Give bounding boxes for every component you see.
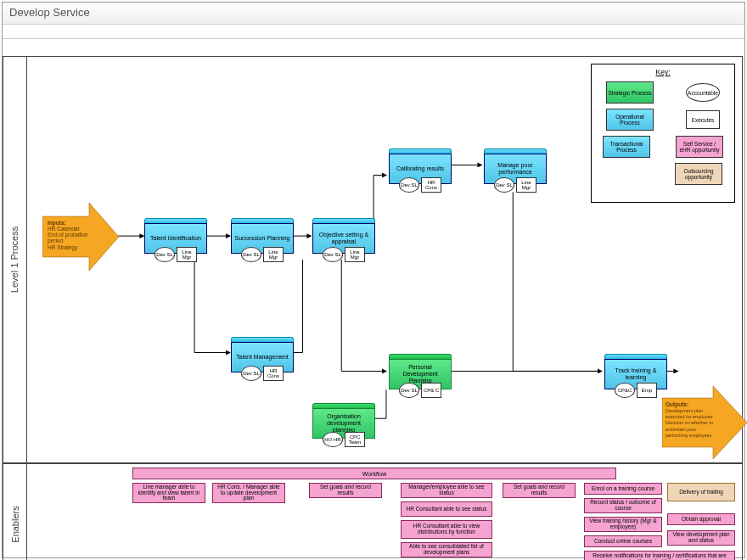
role-executes: CP& C [421,383,441,398]
enabler-workflow-bar: Workflow [132,468,616,479]
role-accountable: Dev SL [241,366,261,381]
role-accountable: Dev SL [399,177,419,193]
app-window: Develop Service Level 1 Process [2,2,745,558]
outputs-body: Development plan executed for employee D… [666,408,713,438]
role-executes: Line Mgr [177,247,197,262]
enabler-box: Enrol on a training course [584,483,662,495]
role-executes: HR Cons [263,366,284,381]
enabler-box: View development plan and status [667,530,735,546]
enabler-box: HR Consultant able to see status [401,501,492,517]
swimlane-level1: Level 1 Process [3,56,743,463]
proc-calibrating-results: Calibrating results Dev SLHR Cons [389,148,452,193]
proc-manage-poor-performance: Manage poor performance Dev SLLine Mgr [484,148,547,193]
key-outsourcing: Outsourcing opportunity [675,163,722,185]
enabler-box: Receive notifications for training / cer… [584,551,735,560]
swimlane-body-level1: Inputs: HR Calendar End of probation per… [27,57,742,462]
role-executes: Line Mgr [516,177,536,193]
swimlane-label-text: Level 1 Process [10,227,20,293]
diagram-body: Level 1 Process [3,38,744,557]
role-executes: CPC Team [345,432,365,447]
proc-personal-development-planning: Personal Development Planning Dev SLCP& … [389,354,452,398]
role-executes: Line Mgr [345,247,365,262]
swimlane-label-level1: Level 1 Process [3,57,27,462]
role-accountable: Dev SL [154,247,175,262]
proc-talent-identification: Talent Identification Dev SLLine Mgr [144,218,207,262]
enabler-box: Obtain approval [667,513,735,525]
proc-track-training: Track training & learning CP&CEmp [604,354,667,398]
outputs-arrow: Outputs: Development plan executed for e… [662,386,747,459]
enabler-box: Set goals and record results [503,483,576,498]
key-operational-process: Operational Process [606,109,654,131]
enabler-box: View training history (Mgr & employee) [584,517,662,532]
key-transactional-process: Transactional Process [603,136,650,158]
enabler-box: HR Consultant able to view distributions… [401,520,492,539]
proc-objective-setting: Objective setting & appraisal Dev SLLine… [312,218,375,262]
legend-title: Key: [595,68,731,76]
enabler-box: Manager/employee able to see status [401,483,492,498]
role-accountable: Dev SL [494,177,514,193]
role-executes: HR Cons [421,177,441,193]
key-executes: Executes [686,110,720,129]
role-accountable: Dev SL [323,247,343,262]
key-self-service: Self Service / eHR opportunity [676,136,723,158]
role-accountable: Dev SL [399,383,419,398]
role-executes: Emp [637,383,657,398]
enabler-box: Conduct online courses [584,535,662,547]
swimlane-label-text: Enablers [10,506,20,542]
enabler-box: Line manager able to identify and view t… [132,483,205,503]
key-accountable: Accountable [686,83,720,102]
swimlane-body-enablers: Workflow Line manager able to identify a… [27,464,742,560]
key-strategic-process: Strategic Process [606,81,654,104]
proc-succession-planning: Succession Planning Dev SLLine Mgr [231,218,294,262]
enabler-box-outsourcing: Delivery of trailing [667,483,735,501]
enabler-box: HR Cons. / Manager able to update develo… [212,483,285,503]
role-accountable: HO HR [323,432,343,447]
role-accountable: Dev SL [241,247,261,262]
outputs-heading: Outputs: [666,401,688,407]
inputs-arrow: Inputs: HR Calendar End of probation per… [42,203,119,271]
legend-key: Key: Strategic Process Accountable Opera… [591,64,735,203]
inputs-body: HR Calendar End of probation period HR S… [48,226,88,249]
proc-org-development-planning: Organisation development planning HO HRC… [312,403,375,447]
swimlane-label-enablers: Enablers [3,464,27,560]
enabler-box: Set goals and record results [309,483,382,498]
inputs-heading: Inputs: [48,220,66,226]
proc-talent-management: Talent Management Dev SLHR Cons [231,337,294,381]
page-title: Develop Service [3,3,744,25]
enabler-box: Record status / outcome of course [584,498,662,513]
swimlane-enablers: Enablers Workflow Line manager able to i… [3,463,743,560]
role-accountable: CP&C [615,383,635,398]
role-executes: Line Mgr [263,247,284,262]
enabler-box: Able to see consolidated list of develop… [401,542,492,557]
